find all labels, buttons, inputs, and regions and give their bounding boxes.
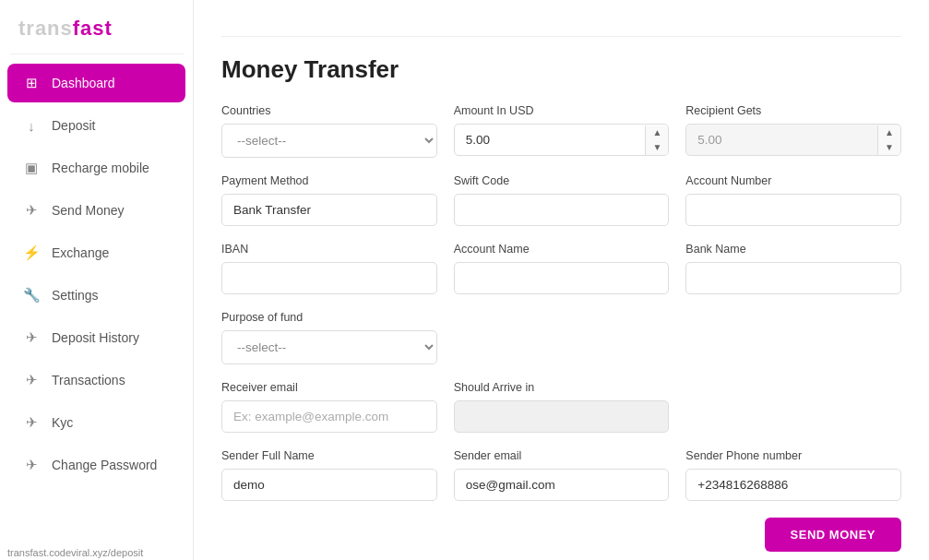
form-row-6: Sender Full Name Sender email Sender Pho… (221, 449, 901, 501)
iban-input[interactable] (221, 262, 437, 294)
deposit-icon: ↓ (22, 116, 41, 135)
send-money-button[interactable]: SEND MONEY (765, 518, 901, 552)
amount-down-btn[interactable]: ▼ (646, 140, 668, 155)
status-bar: transfast.codeviral.xyz/deposit (0, 545, 150, 560)
account-number-group: Account Number (685, 174, 901, 226)
sender-email-label: Sender email (454, 449, 670, 462)
recipient-up-btn[interactable]: ▲ (878, 125, 900, 140)
sidebar-label-send-money: Send Money (52, 203, 125, 218)
account-name-group: Account Name (454, 243, 670, 294)
sender-email-input[interactable] (454, 469, 670, 501)
purpose-label: Purpose of fund (221, 311, 437, 324)
amount-input[interactable] (455, 125, 646, 155)
sidebar-label-transactions: Transactions (52, 373, 125, 387)
form-row-1: Countries --select-- Amount In USD ▲ ▼ R… (221, 104, 901, 158)
sidebar-item-kyc[interactable]: ✈ Kyc (7, 403, 185, 442)
top-bar (221, 0, 901, 37)
sidebar: transfast ⊞ Dashboard ↓ Deposit ▣ Rechar… (0, 0, 194, 560)
logo-highlight: fast (73, 17, 113, 40)
sender-phone-input[interactable] (685, 469, 901, 501)
sidebar-label-exchange: Exchange (52, 245, 109, 260)
sender-email-group: Sender email (454, 449, 670, 501)
form-row-2: Payment Method Swift Code Account Number (221, 174, 901, 226)
send-money-icon: ✈ (22, 201, 41, 220)
iban-group: IBAN (221, 243, 437, 294)
sidebar-item-exchange[interactable]: ⚡ Exchange (7, 233, 185, 272)
swift-label: Swift Code (454, 174, 670, 187)
deposit-history-icon: ✈ (22, 328, 41, 347)
sidebar-label-deposit-history: Deposit History (52, 330, 139, 345)
sender-name-label: Sender Full Name (221, 449, 437, 462)
sidebar-divider (9, 54, 184, 54)
form-row-5: Receiver email Should Arrive in (221, 381, 901, 433)
amount-label: Amount In USD (454, 104, 670, 117)
account-name-input[interactable] (454, 262, 670, 294)
spinner-controls: ▲ ▼ (645, 125, 668, 155)
sidebar-label-deposit: Deposit (52, 118, 95, 133)
should-arrive-group: Should Arrive in (454, 381, 670, 433)
dashboard-icon: ⊞ (22, 74, 41, 92)
kyc-icon: ✈ (22, 413, 41, 432)
amount-spinner: ▲ ▼ (454, 124, 670, 156)
sender-name-input[interactable] (221, 469, 437, 501)
bank-name-group: Bank Name (685, 243, 901, 294)
countries-group: Countries --select-- (221, 104, 437, 158)
change-password-icon: ✈ (22, 456, 41, 474)
recipient-label: Recipient Gets (685, 104, 901, 117)
exchange-icon: ⚡ (22, 244, 41, 262)
transactions-icon: ✈ (22, 371, 41, 389)
should-arrive-input[interactable] (454, 400, 670, 433)
swift-input[interactable] (454, 194, 670, 226)
payment-method-input[interactable] (221, 194, 437, 226)
receiver-email-input[interactable] (221, 400, 437, 433)
purpose-select[interactable]: --select-- (221, 330, 437, 364)
sender-phone-group: Sender Phone number (685, 449, 901, 501)
recipient-group: Recipient Gets ▲ ▼ (685, 104, 901, 158)
sidebar-label-change-password: Change Password (52, 458, 157, 472)
sender-phone-label: Sender Phone number (685, 449, 901, 462)
sidebar-label-settings: Settings (52, 288, 99, 303)
sidebar-item-deposit-history[interactable]: ✈ Deposit History (7, 318, 185, 357)
recipient-input[interactable] (686, 125, 877, 155)
account-number-input[interactable] (685, 194, 901, 226)
receiver-email-label: Receiver email (221, 381, 437, 394)
sidebar-item-deposit[interactable]: ↓ Deposit (7, 106, 185, 145)
recipient-spinner: ▲ ▼ (685, 124, 901, 156)
sidebar-item-recharge-mobile[interactable]: ▣ Recharge mobile (7, 149, 185, 187)
should-arrive-label: Should Arrive in (454, 381, 670, 394)
sidebar-item-send-money[interactable]: ✈ Send Money (7, 191, 185, 230)
form-row-3: IBAN Account Name Bank Name (221, 243, 901, 294)
countries-label: Countries (221, 104, 437, 117)
countries-select[interactable]: --select-- (221, 124, 437, 158)
payment-method-label: Payment Method (221, 174, 437, 187)
payment-method-group: Payment Method (221, 174, 437, 226)
logo: transfast (0, 0, 193, 54)
main-content: Money Transfer Countries --select-- Amou… (194, 0, 929, 560)
settings-icon: 🔧 (22, 286, 41, 304)
swift-group: Swift Code (454, 174, 670, 226)
sidebar-item-transactions[interactable]: ✈ Transactions (7, 361, 185, 399)
sidebar-label-recharge: Recharge mobile (52, 161, 149, 175)
sidebar-item-dashboard[interactable]: ⊞ Dashboard (7, 64, 185, 102)
recipient-down-btn[interactable]: ▼ (878, 140, 900, 155)
amount-up-btn[interactable]: ▲ (646, 125, 668, 140)
recipient-spinner-controls: ▲ ▼ (877, 125, 900, 155)
page-title: Money Transfer (221, 55, 901, 84)
sidebar-item-change-password[interactable]: ✈ Change Password (7, 446, 185, 484)
recharge-icon: ▣ (22, 159, 41, 177)
sidebar-label-kyc: Kyc (52, 415, 73, 430)
purpose-row: Purpose of fund --select-- (221, 311, 901, 364)
receiver-email-group: Receiver email (221, 381, 437, 433)
bank-name-label: Bank Name (685, 243, 901, 256)
account-number-label: Account Number (685, 174, 901, 187)
iban-label: IBAN (221, 243, 437, 256)
sidebar-item-settings[interactable]: 🔧 Settings (7, 276, 185, 315)
sender-name-group: Sender Full Name (221, 449, 437, 501)
bank-name-input[interactable] (685, 262, 901, 294)
amount-group: Amount In USD ▲ ▼ (454, 104, 670, 158)
sidebar-label-dashboard: Dashboard (52, 76, 115, 90)
account-name-label: Account Name (454, 243, 670, 256)
purpose-group: Purpose of fund --select-- (221, 311, 437, 364)
